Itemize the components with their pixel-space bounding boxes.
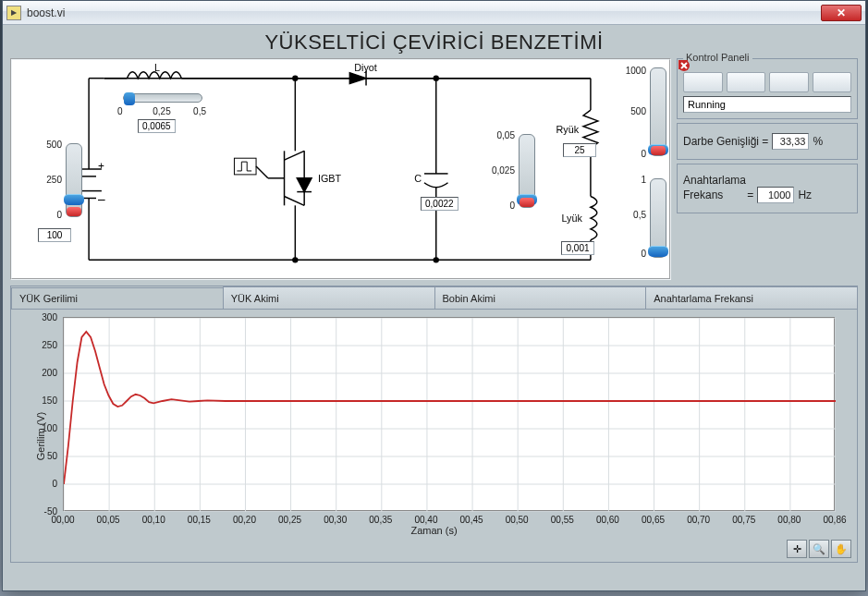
abort-button[interactable] (813, 72, 852, 92)
vin-tick-0: 500 (34, 140, 62, 150)
content-area: YÜKSELTİCİ ÇEVİRİCİ BENZETİMİ (3, 25, 865, 590)
x-tick: 00,25 (278, 515, 301, 525)
crosshair-tool[interactable]: ✛ (787, 540, 807, 558)
zoom-tool[interactable]: 🔍 (809, 540, 829, 558)
lyuk-tick-0: 1 (622, 175, 646, 185)
l-readout[interactable]: 0,0065 (138, 119, 176, 133)
run-button[interactable] (683, 72, 723, 92)
duty-field[interactable]: 33,33 (772, 133, 809, 150)
ryuk-readout[interactable]: 25 (563, 143, 596, 157)
status-display: Running (683, 96, 851, 113)
graph-toolbar: ✛ 🔍 ✋ (787, 540, 851, 558)
c-tick-2: 0 (487, 201, 515, 211)
ryuk-slider[interactable] (650, 67, 666, 156)
close-button[interactable]: ✕ (821, 5, 862, 21)
x-tick: 00,45 (460, 515, 483, 525)
pause-button[interactable] (727, 72, 766, 92)
l-tick-1: 0,25 (151, 106, 173, 116)
x-tick: 00,30 (324, 515, 347, 525)
svg-rect-35 (234, 158, 256, 175)
control-panel: Kontrol Paneli (677, 58, 858, 119)
duty-label: Darbe Genişliği = (683, 135, 768, 148)
close-icon: ✕ (837, 6, 846, 19)
vin-tick-2: 0 (34, 210, 62, 220)
l-slider[interactable] (123, 93, 202, 103)
x-tick: 00,20 (233, 515, 256, 525)
control-column: Kontrol Paneli (677, 58, 858, 280)
tab-yuk-akimi[interactable]: YÜK Akimi (223, 286, 435, 309)
crosshair-icon: ✛ (793, 543, 801, 555)
l-tick-2: 0,5 (189, 106, 206, 116)
x-tick: 00,05 (97, 515, 120, 525)
duty-cycle-box: Darbe Genişliği = 33,33 % (677, 123, 858, 160)
label-igbt: IGBT (318, 173, 342, 184)
lyuk-slider[interactable] (650, 178, 666, 258)
tab-strip: YÜK Gerilimi YÜK Akimi Bobin Akimi Anaht… (11, 286, 857, 309)
titlebar: ▶ boost.vi ✕ (3, 1, 865, 25)
c-tick-1: 0,025 (482, 165, 515, 176)
tab-bobin-akimi[interactable]: Bobin Akimi (434, 286, 647, 309)
x-tick: 00,70 (687, 515, 710, 525)
x-tick: 00,00 (51, 515, 74, 525)
svg-point-31 (293, 76, 298, 80)
svg-line-36 (256, 166, 268, 178)
lyuk-readout[interactable]: 0,001 (561, 241, 594, 255)
vin-slider[interactable] (66, 143, 82, 217)
label-plus: + (98, 159, 104, 172)
pan-tool[interactable]: ✋ (831, 540, 851, 558)
c-tick-0: 0,05 (487, 130, 515, 140)
ryuk-tick-1: 500 (617, 106, 646, 116)
upper-row: L Diyot IGBT C Ryük Lyük + – 500 250 0 (10, 58, 858, 280)
l-tick-0: 0 (117, 106, 128, 116)
graph-area[interactable] (63, 317, 835, 511)
x-tick: 00,60 (596, 515, 619, 525)
y-tick: 150 (42, 395, 57, 406)
label-minus: – (98, 192, 105, 206)
control-legend: Kontrol Paneli (683, 52, 752, 63)
label-lyuk: Lyük (561, 213, 582, 224)
vin-tick-1: 250 (34, 175, 62, 185)
duty-unit: % (813, 135, 823, 148)
y-tick: 50 (47, 451, 57, 461)
c-readout[interactable]: 0,0022 (421, 197, 458, 211)
y-tick: 0 (52, 479, 57, 489)
x-tick: 00,40 (414, 515, 437, 525)
circuit-panel: L Diyot IGBT C Ryük Lyük + – 500 250 0 (10, 58, 671, 280)
y-tick: 100 (42, 423, 57, 433)
x-tick: 00,65 (642, 515, 665, 525)
x-tick: 00,80 (777, 515, 801, 525)
tab-anahtarlama-frekansi[interactable]: Anahtarlama Frekansi (645, 286, 858, 309)
magnifier-icon: 🔍 (813, 543, 825, 555)
freq-unit: Hz (798, 189, 812, 201)
abort-icon (678, 59, 691, 72)
label-L: L (154, 62, 160, 73)
label-ryuk: Ryük (556, 124, 580, 135)
hand-icon: ✋ (835, 543, 848, 555)
x-tick: 00,86 (823, 515, 846, 525)
lyuk-tick-1: 0,5 (617, 210, 646, 220)
svg-point-34 (434, 258, 438, 262)
graph-tabs: YÜK Gerilimi YÜK Akimi Bobin Akimi Anaht… (10, 286, 858, 563)
window-title: boost.vi (27, 6, 821, 19)
svg-marker-21 (349, 73, 366, 84)
x-tick: 00,75 (732, 515, 755, 525)
x-tick: 00,50 (506, 515, 529, 525)
app-icon: ▶ (6, 6, 21, 20)
freq-label1: Anahtarlama (683, 174, 812, 187)
ryuk-tick-0: 1000 (617, 66, 646, 76)
chart-svg (64, 318, 836, 512)
stop-button[interactable] (769, 72, 809, 92)
vin-readout[interactable]: 100 (38, 228, 71, 242)
ryuk-tick-2: 0 (617, 149, 646, 159)
y-tick: 250 (42, 340, 57, 350)
x-tick: 00,55 (551, 515, 574, 525)
y-tick: 200 (42, 368, 57, 378)
svg-line-14 (285, 151, 305, 160)
c-slider[interactable] (519, 134, 535, 208)
y-ticks: 300250200150100500-50 (31, 317, 59, 511)
tab-yuk-gerilimi[interactable]: YÜK Gerilimi (11, 287, 224, 310)
x-tick: 00,10 (142, 515, 165, 525)
lyuk-tick-2: 0 (622, 249, 646, 259)
freq-field[interactable]: 1000 (757, 187, 794, 203)
x-axis-label: Zaman (s) (410, 525, 457, 536)
